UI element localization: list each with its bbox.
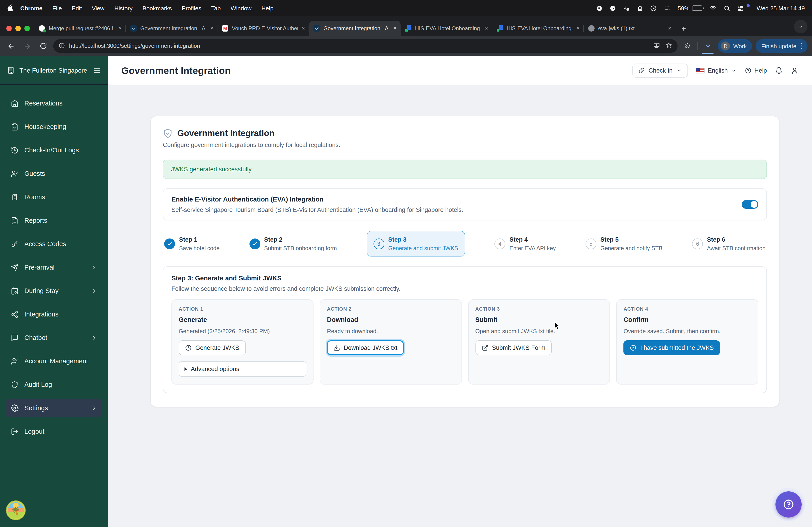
sidebar-avatar[interactable]: 🌴 bbox=[6, 501, 25, 520]
sidebar-item-reports[interactable]: Reports bbox=[5, 211, 102, 229]
menu-edit[interactable]: Edit bbox=[67, 5, 87, 12]
menu-file[interactable]: File bbox=[47, 5, 67, 12]
new-tab-button[interactable] bbox=[677, 22, 690, 35]
reload-button[interactable] bbox=[37, 40, 49, 52]
sidebar-item-settings[interactable]: Settings bbox=[5, 399, 102, 417]
apple-logo-icon[interactable] bbox=[7, 4, 14, 12]
sidebar-item-guests[interactable]: Guests bbox=[5, 165, 102, 183]
sidebar-item-chatbot[interactable]: Chatbot bbox=[5, 329, 102, 347]
wifi-icon[interactable] bbox=[709, 5, 717, 11]
sidebar-item-reservations[interactable]: Reservations bbox=[5, 94, 102, 112]
back-button[interactable] bbox=[4, 40, 17, 52]
spotlight-search-icon[interactable] bbox=[724, 5, 730, 12]
tab-vouch-prd[interactable]: M Vouch PRD E-Visitor Authen bbox=[217, 21, 309, 36]
file-favicon bbox=[588, 25, 595, 32]
checkin-dropdown[interactable]: Check-in bbox=[632, 63, 688, 77]
chevron-right-icon bbox=[91, 405, 97, 411]
download-jwks-button[interactable]: Download JWKS txt bbox=[327, 340, 404, 355]
tab-close-icon[interactable] bbox=[393, 25, 397, 32]
tab-close-icon[interactable] bbox=[484, 25, 489, 32]
sidebar-item-integrations[interactable]: Integrations bbox=[5, 305, 102, 323]
notification-dot bbox=[747, 4, 750, 7]
help-circle-icon bbox=[783, 499, 794, 510]
sidebar-item-checkinout-logs[interactable]: Check-In/Out Logs bbox=[5, 141, 102, 159]
menu-view[interactable]: View bbox=[87, 5, 110, 12]
tab-close-icon[interactable] bbox=[301, 25, 305, 32]
eva-toggle-row: Enable E-Visitor Authentication (EVA) In… bbox=[163, 189, 767, 221]
step-5: 5 Step 5Generate and notify STB bbox=[585, 235, 663, 252]
submit-jwks-form-button[interactable]: Submit JWKS Form bbox=[475, 340, 552, 355]
window-close-button[interactable] bbox=[6, 26, 12, 31]
menu-profiles[interactable]: Profiles bbox=[177, 5, 206, 12]
chrome-tabstrip: Merge pull request #2406 f Government In… bbox=[0, 16, 812, 36]
menu-tab[interactable]: Tab bbox=[206, 5, 226, 12]
menu-chrome[interactable]: Chrome bbox=[15, 5, 47, 12]
status-docker-icon[interactable] bbox=[623, 5, 630, 12]
profile-chip[interactable]: R Work bbox=[718, 39, 752, 53]
sidebar-item-during-stay[interactable]: During Stay bbox=[5, 282, 102, 300]
eva-toggle-switch[interactable] bbox=[742, 200, 758, 209]
tab-his-eva-2[interactable]: HIS-EVA Hotel Onboarding bbox=[492, 21, 584, 36]
floating-help-button[interactable] bbox=[775, 492, 802, 517]
action-card-download: ACTION 2 Download Ready to download. Dow… bbox=[320, 299, 462, 385]
card-title: Government Integration bbox=[177, 129, 275, 138]
menu-window[interactable]: Window bbox=[226, 5, 257, 12]
url-text[interactable]: http://localhost:3000/settings/governmen… bbox=[69, 43, 649, 49]
generate-jwks-button[interactable]: Generate JWKS bbox=[179, 340, 246, 355]
tab-government-integration-1[interactable]: Government Integration - A bbox=[126, 21, 217, 36]
menu-history[interactable]: History bbox=[110, 5, 137, 12]
window-zoom-button[interactable] bbox=[24, 26, 30, 31]
finish-update-button[interactable]: Finish update bbox=[756, 39, 808, 53]
step-1: Step 1Save hotel code bbox=[164, 235, 219, 252]
address-bar[interactable]: http://localhost:3000/settings/governmen… bbox=[53, 39, 678, 53]
step-number-circle: 3 bbox=[373, 238, 384, 249]
status-recorder-icon[interactable] bbox=[610, 5, 617, 12]
status-keyboard-brightness-icon[interactable] bbox=[664, 5, 671, 11]
sidebar-item-rooms[interactable]: Rooms bbox=[5, 188, 102, 206]
confirm-submitted-button[interactable]: I have submitted the JWKS bbox=[624, 340, 720, 355]
sidebar-item-logout[interactable]: Logout bbox=[5, 422, 102, 440]
language-selector[interactable]: English bbox=[696, 67, 737, 74]
status-play-icon[interactable] bbox=[650, 5, 657, 12]
user-account-icon[interactable] bbox=[791, 67, 798, 74]
help-button[interactable]: Help bbox=[745, 67, 767, 74]
control-center-icon[interactable] bbox=[737, 5, 744, 12]
us-flag-icon bbox=[696, 67, 705, 74]
menu-help[interactable]: Help bbox=[257, 5, 278, 12]
kebab-menu-icon[interactable] bbox=[801, 43, 802, 49]
downloads-icon[interactable] bbox=[702, 40, 714, 52]
card-subtitle: Configure government integrations to com… bbox=[163, 141, 767, 148]
page-body: Government Integration Configure governm… bbox=[108, 85, 812, 527]
sidebar-item-housekeeping[interactable]: Housekeeping bbox=[5, 118, 102, 136]
menu-bookmarks[interactable]: Bookmarks bbox=[137, 5, 177, 12]
install-app-icon[interactable] bbox=[653, 42, 660, 50]
status-password-icon[interactable] bbox=[637, 5, 643, 12]
tab-close-icon[interactable] bbox=[210, 25, 214, 32]
sidebar-hamburger-icon[interactable] bbox=[93, 66, 101, 74]
chevron-right-icon bbox=[91, 335, 97, 341]
chevron-down-icon bbox=[731, 67, 737, 74]
tab-search-chevron-button[interactable] bbox=[794, 20, 808, 33]
bookmark-star-icon[interactable] bbox=[666, 42, 672, 50]
notifications-bell-icon[interactable] bbox=[775, 67, 783, 74]
window-minimize-button[interactable] bbox=[15, 26, 21, 31]
sidebar-item-audit-log[interactable]: Audit Log bbox=[5, 376, 102, 394]
tab-close-icon[interactable] bbox=[118, 25, 122, 32]
tab-his-eva-1[interactable]: HIS-EVA Hotel Onboarding bbox=[401, 21, 492, 36]
eva-toggle-subtitle: Self-service Singapore Tourism Board (ST… bbox=[171, 207, 463, 213]
battery-indicator[interactable]: 59% bbox=[678, 5, 702, 12]
site-info-icon[interactable] bbox=[59, 42, 65, 50]
sidebar-item-pre-arrival[interactable]: Pre-arrival bbox=[5, 258, 102, 276]
advanced-options-expander[interactable]: Advanced options bbox=[179, 361, 306, 377]
extensions-icon[interactable] bbox=[681, 40, 694, 52]
sidebar-item-account-management[interactable]: Account Management bbox=[5, 352, 102, 370]
tab-eva-jwks[interactable]: eva-jwks (1).txt bbox=[584, 21, 675, 36]
tab-close-icon[interactable] bbox=[668, 25, 672, 32]
tab-merge-pull-request[interactable]: Merge pull request #2406 f bbox=[34, 21, 126, 36]
forward-button[interactable] bbox=[21, 40, 33, 52]
sidebar-item-access-codes[interactable]: Access Codes bbox=[5, 235, 102, 253]
menubar-clock[interactable]: Wed 25 Mar 14.49 bbox=[757, 5, 805, 12]
tab-government-integration-active[interactable]: Government Integration - A bbox=[309, 21, 401, 36]
status-app-icon[interactable] bbox=[596, 5, 603, 12]
tab-close-icon[interactable] bbox=[576, 25, 580, 32]
